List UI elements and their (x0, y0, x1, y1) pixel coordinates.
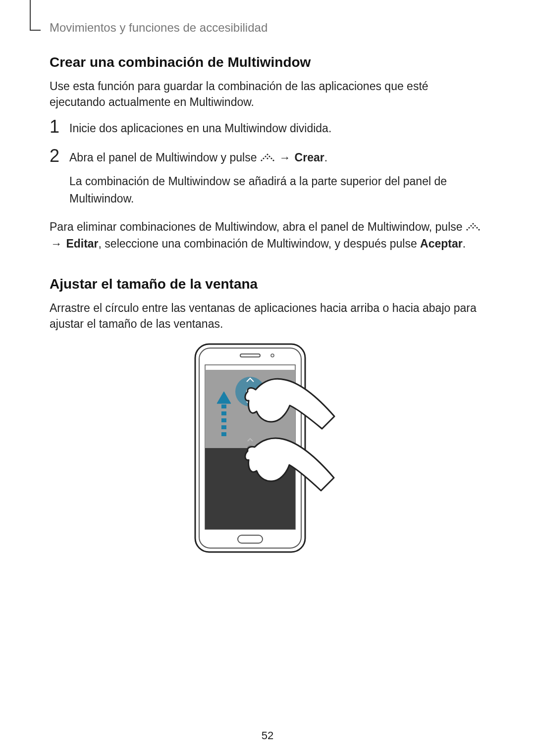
svg-point-2 (268, 155, 270, 157)
breadcrumb: Movimientos y funciones de accesibilidad (50, 21, 485, 35)
svg-point-1 (265, 155, 266, 157)
step-2-period: . (324, 151, 327, 164)
after-arrow: → (51, 237, 62, 250)
section1-after: Para eliminar combinaciones de Multiwind… (50, 219, 485, 252)
section1-intro: Use esta función para guardar la combina… (50, 78, 485, 110)
multiwindow-menu-icon (260, 149, 275, 166)
svg-point-9 (470, 225, 472, 226)
svg-point-3 (263, 157, 264, 159)
svg-point-11 (468, 227, 470, 228)
after-aceptar: Aceptar (420, 237, 463, 250)
after-text-a: Para eliminar combinaciones de Multiwind… (50, 220, 466, 233)
section2-intro: Arrastre el círculo entre las ventanas d… (50, 300, 485, 332)
step-2-sub: La combinación de Multiwindow se añadirá… (69, 173, 485, 207)
after-period: . (463, 237, 466, 250)
step-2-body: Abra el panel de Multiwindow y pulse → C… (69, 149, 485, 207)
svg-point-0 (267, 153, 268, 155)
step-1: 1 Inicie dos aplicaciones en una Multiwi… (50, 120, 485, 137)
step-2-number: 2 (50, 147, 69, 165)
step-1-body: Inicie dos aplicaciones en una Multiwind… (69, 120, 485, 137)
after-editar: Editar (66, 237, 98, 250)
svg-point-8 (472, 223, 474, 224)
section2-title: Ajustar el tamaño de la ventana (50, 276, 485, 292)
svg-point-15 (478, 229, 480, 230)
svg-point-12 (472, 227, 474, 228)
step-2-crear: Crear (295, 151, 324, 164)
after-text-b: , seleccione una combinación de Multiwin… (99, 237, 421, 250)
multiwindow-menu-icon-2 (466, 219, 481, 235)
step-2-text-a: Abra el panel de Multiwindow y pulse (69, 151, 260, 164)
svg-point-13 (476, 227, 478, 228)
step-2-arrow: → (279, 151, 290, 164)
svg-point-6 (261, 159, 262, 161)
svg-point-14 (466, 229, 468, 230)
page-number: 52 (0, 729, 535, 742)
page-corner-mark (30, 0, 41, 31)
step-2: 2 Abra el panel de Multiwindow y pulse →… (50, 149, 485, 207)
section1-title: Crear una combinación de Multiwindow (50, 54, 485, 70)
steps-list: 1 Inicie dos aplicaciones en una Multiwi… (50, 120, 485, 207)
resize-window-illustration (50, 342, 485, 555)
svg-point-7 (272, 159, 274, 161)
svg-point-10 (474, 225, 476, 226)
svg-point-4 (267, 157, 268, 159)
step-1-number: 1 (50, 118, 69, 136)
svg-point-5 (270, 157, 272, 159)
